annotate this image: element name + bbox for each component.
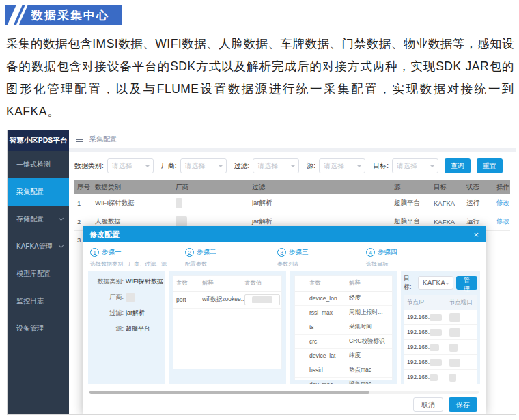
sidebar-item-onekey-check[interactable]: 一键式检测 — [8, 151, 69, 178]
filter-bar: 数据类别: 请选择 厂商: 请选择 过滤: 请选择 源: 请选择 目标: 请选择… — [69, 152, 516, 180]
step-1: 1步骤一 — [90, 248, 122, 257]
step-connector — [315, 253, 364, 253]
redacted-port — [449, 344, 458, 352]
sidebar-item-monitor-log[interactable]: 监控日志 — [8, 288, 69, 315]
modal-header: 修改配置 × — [83, 226, 486, 242]
redacted-vendor — [176, 198, 182, 208]
step-3: 3步骤三 — [277, 248, 309, 257]
hamburger-icon[interactable] — [76, 137, 83, 143]
param-config-panel: 参数 解释 参数值 port wifi数据zookee... — [169, 271, 286, 384]
selection-summary-panel: 数据类别:WIFI探针数据 厂商: 过滤:jar解析 源:超脑平台 — [88, 271, 165, 384]
filter-label-category: 数据类别: — [74, 161, 104, 171]
cancel-button[interactable]: 取消 — [413, 397, 443, 412]
redacted-ip — [430, 314, 442, 321]
param-row: rssi_max周期上报时... — [295, 306, 392, 320]
query-button[interactable]: 查询 — [445, 158, 471, 173]
horizontal-scrollbar — [89, 391, 479, 394]
target-select[interactable]: 请选择 — [392, 158, 438, 173]
redacted-port — [449, 359, 460, 367]
param-list-panel: 参数 解释 device_lon经度 rssi_max周期上报时... ts采集… — [290, 271, 397, 384]
sidebar-item-model-config[interactable]: 模型库配置 — [8, 260, 69, 288]
modal-body: 数据类别:WIFI探针数据 厂商: 过滤:jar解析 源:超脑平台 参数 解释 … — [83, 270, 486, 384]
sidebar-item-storage-config[interactable]: 存储配置 — [8, 206, 69, 233]
target-kafka-select[interactable]: KAFKA — [418, 276, 453, 290]
steps-bar: 1步骤一 2步骤二 3步骤三 4步骤四 选择数据类别、厂商、过滤、源 配置参数 … — [83, 242, 486, 270]
modify-config-modal: 修改配置 × 1步骤一 2步骤二 3步骤三 4步骤四 选择数据类别、厂商、过滤、… — [83, 226, 486, 415]
target-label: 目标: — [404, 274, 415, 292]
node-row: 192.168. — [404, 355, 477, 370]
close-icon[interactable]: × — [473, 229, 479, 240]
modal-footer: 取消 保存 — [83, 394, 486, 415]
step-desc: 选择目标 — [366, 260, 388, 268]
page-banner: 数据采集中心 — [5, 5, 122, 25]
chevron-down-icon — [59, 243, 64, 248]
chevron-down-icon — [59, 216, 64, 221]
redacted-port — [449, 328, 460, 337]
reset-button[interactable]: 重置 — [477, 158, 503, 173]
param-list-table: 参数 解释 device_lon经度 rssi_max周期上报时... ts采集… — [294, 275, 393, 380]
step-4: 4步骤四 — [366, 248, 397, 257]
modal-title: 修改配置 — [89, 229, 120, 240]
filter-label-source: 源: — [307, 161, 315, 171]
node-table: 节点IP 节点端口 192.168. 192.168. 192.168. 192… — [404, 295, 477, 384]
redacted-ip — [430, 359, 442, 366]
param-row: bssid热点mac — [295, 363, 392, 378]
filter-label-filter: 过滤: — [234, 161, 250, 171]
param-row: device_lat纬度 — [295, 349, 392, 363]
step-desc: 配置参数 — [185, 260, 207, 268]
redacted-ip — [430, 329, 442, 336]
sidebar-item-kafka-manage[interactable]: KAFKA管理 — [8, 233, 69, 260]
node-row: 192.168. — [404, 340, 477, 355]
filter-label-target: 目标: — [373, 161, 389, 171]
sidebar-item-device-manage[interactable]: 设备管理 — [8, 315, 69, 342]
param-row: device_lon经度 — [295, 292, 392, 306]
vendor-select[interactable]: 请选择 — [180, 158, 227, 173]
topbar: 采集配置 — [69, 130, 516, 148]
sidebar: 智慧小区PDS平台 一键式检测 采集配置 存储配置 KAFKA管理 模型库配置 … — [8, 130, 69, 414]
redacted-ip — [430, 374, 438, 381]
redacted-vendor — [126, 293, 135, 302]
sidebar-title: 智慧小区PDS平台 — [8, 130, 69, 151]
modify-link[interactable]: 修改 — [494, 199, 510, 208]
param-row: ts采集时间 — [295, 320, 392, 335]
filter-select[interactable]: 请选择 — [253, 158, 299, 173]
intro-paragraph: 采集的数据包含IMSI数据、WIFI数据、人脸数据、车牌数据、门禁数据、物业数据… — [6, 33, 514, 123]
node-row: 192.168. — [404, 310, 477, 325]
save-button[interactable]: 保存 — [449, 397, 477, 412]
filter-label-vendor: 厂商: — [161, 161, 177, 171]
step-2: 2步骤二 — [185, 248, 216, 257]
modify-link[interactable]: 修改 — [494, 217, 510, 226]
source-select[interactable]: 请选择 — [319, 158, 365, 173]
manage-button[interactable]: 管理 — [456, 276, 477, 290]
step-connector — [223, 253, 275, 253]
step-connector — [128, 253, 183, 253]
category-select[interactable]: 请选择 — [107, 158, 154, 173]
target-panel: 目标: KAFKA 管理 节点IP 节点端口 192.168. 192.168.… — [401, 271, 480, 384]
node-row: 192.168. — [404, 370, 477, 384]
param-row: crcCRC校验标识 — [295, 335, 392, 349]
step-desc: 参数列表 — [277, 260, 299, 268]
breadcrumb[interactable]: 采集配置 — [89, 135, 117, 144]
sidebar-item-collect-config[interactable]: 采集配置 — [8, 178, 69, 206]
step-desc: 选择数据类别、厂商、过滤、源 — [90, 260, 167, 268]
node-row: 192.168. — [404, 325, 477, 340]
table-header: 序号 数据类别 厂商 过滤 源 目标 状态 操作 — [74, 180, 510, 194]
redacted-port — [449, 374, 456, 382]
table-row: 1 WIFI探针数据 jar解析 超脑平台 KAFKA 运行 修改 — [74, 194, 510, 212]
param-value-input[interactable] — [244, 294, 280, 305]
redacted-ip — [430, 344, 439, 351]
app-window: 智慧小区PDS平台 一键式检测 采集配置 存储配置 KAFKA管理 模型库配置 … — [7, 130, 516, 415]
param-config-row: port wifi数据zookee... — [173, 292, 281, 309]
redacted-vendor — [176, 216, 187, 227]
page-title: 数据采集中心 — [31, 8, 109, 23]
param-config-table: 参数 解释 参数值 port wifi数据zookee... — [173, 275, 282, 369]
redacted-value — [252, 296, 272, 303]
param-row: dev_mac设备mac — [295, 378, 392, 384]
scrollbar-thumb[interactable] — [89, 391, 369, 394]
redacted-port — [449, 313, 460, 322]
